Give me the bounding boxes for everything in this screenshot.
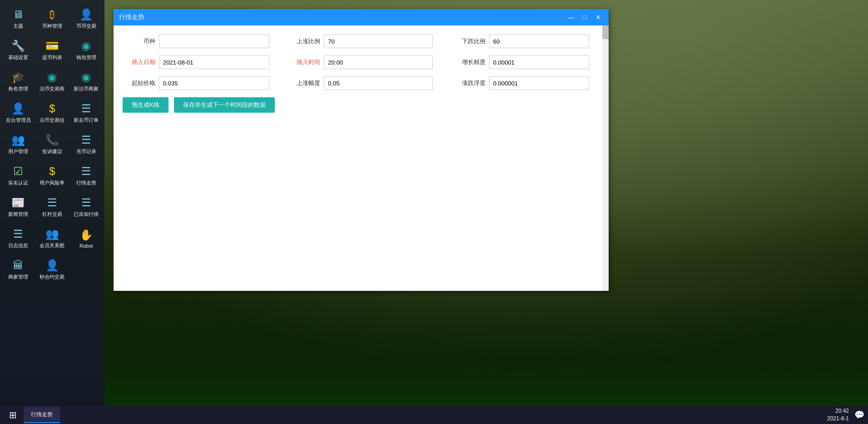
deposit-icon: ☰ [81,134,91,146]
new-merchant-icon: ◉ [81,71,91,84]
sidebar-label-zhuji: 主题 [13,23,23,30]
sidebar-item-tibilebiao[interactable]: 💳 提币列表 [36,35,69,65]
sidebar-item-robot[interactable]: ✋ Robot [69,223,103,254]
form-group-time: 插入时间 [288,55,434,69]
sidebar-item-fabijiaoyi[interactable]: $ 法币交易信 [36,98,69,128]
qishi-label: 起始价格 [123,79,159,87]
form-group-shangzhang: 上涨幅度 [288,76,434,90]
sidebar-item-jichushezhi[interactable]: 🔧 基础设置 [2,35,35,65]
sidebar-item-miaohe[interactable]: 👤 秒合约交易 [36,254,69,285]
sidebar-label-shiming: 实名认证 [8,180,28,186]
sidebar-item-xinbizhidan[interactable]: ☰ 新去币订单 [69,98,103,128]
sidebar-label-huiyuan: 会员关系图 [40,242,64,249]
sidebar-item-tousu[interactable]: 📞 投诉建议 [36,129,69,160]
sidebar-item-chongbi[interactable]: ☰ 充币记录 [69,129,103,160]
sidebar-label-tousu: 投诉建议 [42,148,62,155]
sidebar-label-miaohe: 秒合约交易 [40,274,64,280]
form-group-date: 插入日期 [123,55,269,69]
sidebar-nav: 🖥 主题 ₿ 币种管理 👤 币币交易 🔧 基础设置 💳 提币列表 ◉ 钱包管理 … [2,4,103,285]
charu-time-input[interactable] [324,55,433,69]
sidebar-label-shangjia: 商家管理 [8,274,28,280]
taskbar-chat-button[interactable]: 💬 [854,410,864,420]
sidebar-item-huiyuan[interactable]: 👥 会员关系图 [36,223,69,254]
scrollbar-thumb[interactable] [602,25,609,39]
dialog-window-controls: — □ ✕ [566,12,603,22]
sidebar-item-yijia[interactable]: ☰ 已添加行情 [69,192,103,222]
leverage-icon: ☰ [47,196,57,209]
sidebar-item-fabi[interactable]: ◉ 法币交易商 [36,66,69,97]
zengjing-label: 增长精度 [453,58,489,66]
sidebar-item-shiming[interactable]: ☑ 实名认证 [2,160,35,191]
dialog-body: 币种 上涨比例 下跌比例 插入日期 [114,25,609,291]
sidebar-label-xinbizhidan: 新去币订单 [74,117,99,124]
desktop-icon: 🖥 [13,8,24,21]
sidebar-label-jueguanli: 角色管理 [8,85,28,92]
sidebar-item-zhuji[interactable]: 🖥 主题 [2,4,35,34]
qishi-input[interactable] [159,76,269,90]
form-group-xiadie: 下跌比例 [453,35,600,48]
sidebar-item-xinfabi[interactable]: ◉ 新法币商家 [69,66,103,97]
form-group-bizhong: 币种 [123,35,269,48]
save-next-button[interactable]: 保存并生成下一个时间段的数据 [174,97,275,113]
sidebar-label-bizhong: 币种管理 [42,23,62,30]
charu-time-label: 插入时间 [288,58,324,66]
sidebar-item-hangqing[interactable]: ☰ 行情走势 [69,160,103,191]
bizhong-label: 币种 [123,37,159,45]
sidebar-label-qianbaoguanli: 钱包管理 [76,54,96,61]
fiat-icon: ◉ [47,71,57,84]
sidebar-item-gangangjy[interactable]: ☰ 杠杆交易 [36,192,69,222]
news-icon: 📰 [11,196,25,209]
admin-icon: 👤 [11,102,25,115]
sidebar-item-xinwen[interactable]: 📰 新闻管理 [2,192,35,222]
sidebar-item-rizhi[interactable]: ☰ 日志信息 [2,223,35,254]
second-contract-icon: 👤 [45,259,59,272]
form-row-buttons: 预生成K线 保存并生成下一个时间段的数据 [123,97,600,113]
xiadie-label: 下跌比例 [453,37,489,45]
taskbar-time: 20:42 [827,407,849,415]
sidebar-item-shangjia[interactable]: 🏛 商家管理 [2,254,35,285]
form-group-qishi: 起始价格 [123,76,269,90]
sidebar-label-yijia: 已添加行情 [74,211,99,218]
form-group-shangjang: 上涨比例 [288,35,434,48]
shangzhang-input[interactable] [324,76,433,90]
dialog-titlebar: 行情走势 — □ ✕ [114,9,609,25]
preview-kline-button[interactable]: 预生成K线 [123,97,169,113]
settings-icon: 🔧 [11,40,25,52]
dialog-hangqing: 行情走势 — □ ✕ 币种 上涨比例 下跌比例 [114,9,609,291]
zhangdie-label: 涨跌浮度 [453,79,489,87]
taskbar-clock: 20:42 2021-8-1 [827,407,849,423]
sidebar-item-bizhong[interactable]: ₿ 币种管理 [36,4,69,34]
sidebar-item-fengxian[interactable]: $ 用户风险率 [36,160,69,191]
minimize-button[interactable]: — [566,12,576,22]
card-icon: 💳 [45,40,59,52]
bizhong-input[interactable] [159,35,269,48]
sidebar: 🖥 主题 ₿ 币种管理 👤 币币交易 🔧 基础设置 💳 提币列表 ◉ 钱包管理 … [0,0,104,406]
robot-icon: ✋ [79,229,93,241]
shangjang-input[interactable] [324,35,433,48]
close-button[interactable]: ✕ [593,12,603,22]
sidebar-item-yonghuguanli[interactable]: 👥 用户管理 [2,129,35,160]
dialog-overlay: 行情走势 — □ ✕ 币种 上涨比例 下跌比例 [104,0,868,406]
sidebar-item-qianbaoguanli[interactable]: ◉ 钱包管理 [69,35,103,65]
sidebar-item-bijiaoyi[interactable]: 👤 币币交易 [69,4,103,34]
sidebar-label-bijiaoyi: 币币交易 [76,23,96,30]
complaint-icon: 📞 [45,134,59,146]
bitcoin-icon: ₿ [50,8,55,21]
start-button[interactable]: ⊞ [4,406,22,424]
sidebar-label-jichushezhi: 基础设置 [8,54,28,61]
zengjing-input[interactable] [489,55,589,69]
verify-icon: ☑ [13,165,23,178]
form-row-3: 起始价格 上涨幅度 涨跌浮度 [123,76,600,90]
sidebar-item-houtai[interactable]: 👤 后台管理员 [2,98,35,128]
form-row-2: 插入日期 插入时间 增长精度 [123,55,600,69]
zhangdie-input[interactable] [489,76,589,90]
dialog-scrollbar[interactable] [602,25,609,291]
xiadie-input[interactable] [489,35,589,48]
charu-date-input[interactable] [159,55,269,69]
taskbar-active-item[interactable]: 行情走势 [24,407,60,423]
sidebar-item-jueguanli[interactable]: 🎓 角色管理 [2,66,35,97]
sidebar-label-gangangjy: 杠杆交易 [42,211,62,218]
risk-icon: $ [49,165,55,178]
fiat-trade-icon: $ [49,102,55,115]
maximize-button[interactable]: □ [580,12,590,22]
